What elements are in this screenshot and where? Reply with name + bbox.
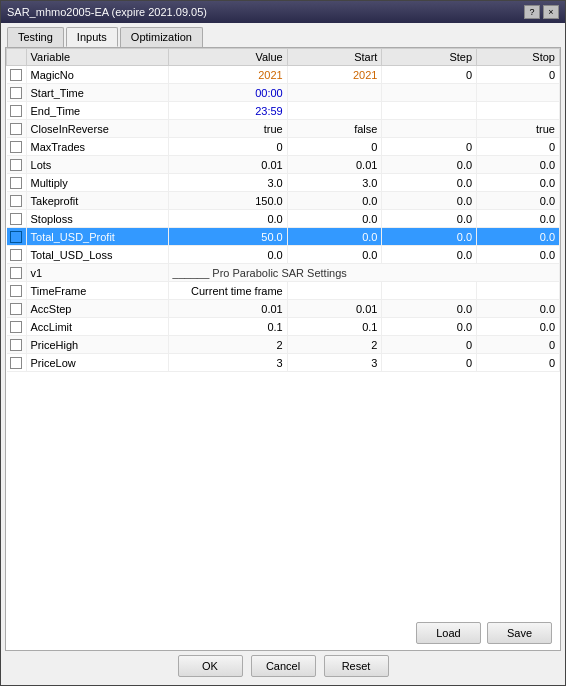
- close-button[interactable]: ×: [543, 5, 559, 19]
- row-step[interactable]: 0: [382, 354, 477, 372]
- row-checkbox[interactable]: [7, 138, 27, 156]
- table-row[interactable]: AccStep0.010.010.00.0: [7, 300, 560, 318]
- row-start[interactable]: [287, 282, 382, 300]
- row-value[interactable]: 2: [168, 336, 287, 354]
- row-stop[interactable]: 0.0: [477, 246, 560, 264]
- tab-inputs[interactable]: Inputs: [66, 27, 118, 47]
- row-step[interactable]: 0.0: [382, 174, 477, 192]
- row-start[interactable]: 0.01: [287, 156, 382, 174]
- row-stop[interactable]: true: [477, 120, 560, 138]
- row-step[interactable]: 0: [382, 66, 477, 84]
- row-checkbox[interactable]: [7, 210, 27, 228]
- row-stop[interactable]: 0: [477, 138, 560, 156]
- row-value[interactable]: 3: [168, 354, 287, 372]
- row-step[interactable]: 0.0: [382, 318, 477, 336]
- table-row[interactable]: Takeprofit150.00.00.00.0: [7, 192, 560, 210]
- help-button[interactable]: ?: [524, 5, 540, 19]
- row-step[interactable]: 0.0: [382, 210, 477, 228]
- table-row[interactable]: Lots0.010.010.00.0: [7, 156, 560, 174]
- row-stop[interactable]: 0: [477, 66, 560, 84]
- row-value[interactable]: 2021: [168, 66, 287, 84]
- row-checkbox[interactable]: [7, 282, 27, 300]
- row-start[interactable]: 0.0: [287, 246, 382, 264]
- table-row[interactable]: v1______ Pro Parabolic SAR Settings: [7, 264, 560, 282]
- row-checkbox[interactable]: [7, 318, 27, 336]
- row-stop[interactable]: 0.0: [477, 210, 560, 228]
- row-start[interactable]: 3.0: [287, 174, 382, 192]
- row-stop[interactable]: 0.0: [477, 192, 560, 210]
- row-start[interactable]: 0: [287, 138, 382, 156]
- row-value[interactable]: 0.1: [168, 318, 287, 336]
- row-start[interactable]: 0.01: [287, 300, 382, 318]
- row-start[interactable]: 2: [287, 336, 382, 354]
- row-step[interactable]: 0: [382, 138, 477, 156]
- row-value[interactable]: 0: [168, 138, 287, 156]
- table-row[interactable]: Stoploss0.00.00.00.0: [7, 210, 560, 228]
- row-step[interactable]: 0.0: [382, 156, 477, 174]
- row-checkbox[interactable]: [7, 246, 27, 264]
- row-stop[interactable]: 0: [477, 354, 560, 372]
- row-start[interactable]: 0.1: [287, 318, 382, 336]
- row-step[interactable]: [382, 102, 477, 120]
- row-checkbox[interactable]: [7, 300, 27, 318]
- save-button[interactable]: Save: [487, 622, 552, 644]
- row-value[interactable]: 0.0: [168, 210, 287, 228]
- row-value[interactable]: 150.0: [168, 192, 287, 210]
- tab-testing[interactable]: Testing: [7, 27, 64, 47]
- row-stop[interactable]: 0.0: [477, 300, 560, 318]
- table-row[interactable]: TimeFrameCurrent time frame: [7, 282, 560, 300]
- table-row[interactable]: Total_USD_Profit50.00.00.00.0: [7, 228, 560, 246]
- row-step[interactable]: 0.0: [382, 246, 477, 264]
- row-value[interactable]: 0.01: [168, 300, 287, 318]
- row-checkbox[interactable]: [7, 102, 27, 120]
- row-checkbox[interactable]: [7, 156, 27, 174]
- row-stop[interactable]: 0.0: [477, 174, 560, 192]
- row-start[interactable]: 2021: [287, 66, 382, 84]
- cancel-button[interactable]: Cancel: [251, 655, 316, 677]
- row-start[interactable]: 3: [287, 354, 382, 372]
- row-checkbox[interactable]: [7, 336, 27, 354]
- row-stop[interactable]: 0.0: [477, 228, 560, 246]
- row-value[interactable]: 3.0: [168, 174, 287, 192]
- row-step[interactable]: [382, 120, 477, 138]
- table-row[interactable]: AccLimit0.10.10.00.0: [7, 318, 560, 336]
- row-value[interactable]: 23:59: [168, 102, 287, 120]
- row-step[interactable]: 0.0: [382, 300, 477, 318]
- row-checkbox[interactable]: [7, 192, 27, 210]
- row-step[interactable]: 0.0: [382, 192, 477, 210]
- row-stop[interactable]: 0.0: [477, 318, 560, 336]
- row-stop[interactable]: [477, 102, 560, 120]
- row-step[interactable]: 0: [382, 336, 477, 354]
- table-row[interactable]: PriceLow3300: [7, 354, 560, 372]
- row-value[interactable]: 0.01: [168, 156, 287, 174]
- table-row[interactable]: PriceHigh2200: [7, 336, 560, 354]
- row-value[interactable]: 0.0: [168, 246, 287, 264]
- row-checkbox[interactable]: [7, 84, 27, 102]
- table-row[interactable]: End_Time23:59: [7, 102, 560, 120]
- row-start[interactable]: 0.0: [287, 228, 382, 246]
- row-value[interactable]: ______ Pro Parabolic SAR Settings: [168, 264, 559, 282]
- row-stop[interactable]: 0: [477, 336, 560, 354]
- table-row[interactable]: Multiply3.03.00.00.0: [7, 174, 560, 192]
- table-row[interactable]: Start_Time00:00: [7, 84, 560, 102]
- ok-button[interactable]: OK: [178, 655, 243, 677]
- row-checkbox[interactable]: [7, 174, 27, 192]
- row-value[interactable]: Current time frame: [168, 282, 287, 300]
- row-start[interactable]: 0.0: [287, 192, 382, 210]
- row-value[interactable]: 00:00: [168, 84, 287, 102]
- row-checkbox[interactable]: [7, 120, 27, 138]
- row-value[interactable]: 50.0: [168, 228, 287, 246]
- reset-button[interactable]: Reset: [324, 655, 389, 677]
- row-step[interactable]: 0.0: [382, 228, 477, 246]
- row-start[interactable]: [287, 102, 382, 120]
- row-stop[interactable]: [477, 282, 560, 300]
- row-value[interactable]: true: [168, 120, 287, 138]
- tab-optimization[interactable]: Optimization: [120, 27, 203, 47]
- table-row[interactable]: Total_USD_Loss0.00.00.00.0: [7, 246, 560, 264]
- row-stop[interactable]: 0.0: [477, 156, 560, 174]
- table-row[interactable]: MagicNo2021202100: [7, 66, 560, 84]
- row-start[interactable]: false: [287, 120, 382, 138]
- row-step[interactable]: [382, 282, 477, 300]
- row-checkbox[interactable]: [7, 354, 27, 372]
- row-start[interactable]: 0.0: [287, 210, 382, 228]
